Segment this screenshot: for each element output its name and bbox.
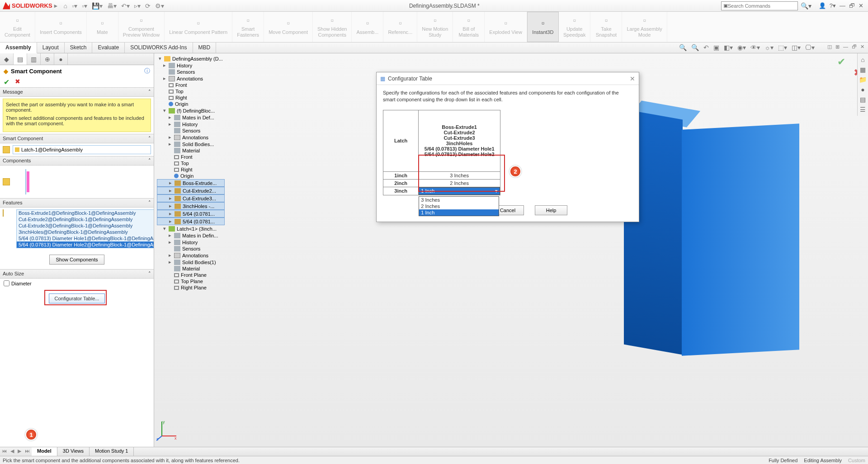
- tree-node[interactable]: ▾Latch<1> (3inch...: [157, 225, 225, 232]
- ribbon-new-motion-study[interactable]: ▫New MotionStudy: [417, 12, 453, 42]
- dd-opt-3in[interactable]: 3 Inches: [419, 197, 499, 203]
- minimize-icon[interactable]: ―: [840, 2, 845, 9]
- tree-node[interactable]: Right: [157, 95, 225, 101]
- tree-node[interactable]: Front: [157, 82, 225, 88]
- tree-node[interactable]: Sensors: [157, 246, 225, 252]
- viewport-max-icon[interactable]: 🗗: [852, 44, 857, 52]
- tab-solidworks-add-ins[interactable]: SOLIDWORKS Add-Ins: [125, 43, 193, 53]
- open-icon[interactable]: ▫▾: [82, 2, 87, 9]
- new-icon[interactable]: ▫▾: [72, 2, 77, 9]
- tree-node[interactable]: ▸Annotations: [157, 75, 225, 82]
- display-style-icon[interactable]: ◉▾: [737, 44, 746, 52]
- options-icon[interactable]: ⚙▾: [155, 2, 164, 9]
- scene-icon[interactable]: ⬚▾: [778, 44, 787, 52]
- cancel-icon[interactable]: ✖: [15, 78, 20, 86]
- viewport-tile-icon[interactable]: ⊞: [835, 44, 840, 52]
- ribbon-show-hidden-components[interactable]: ▫Show HiddenComponents: [313, 12, 352, 42]
- cell-1inch[interactable]: 3 Inches: [419, 171, 500, 179]
- forum-icon[interactable]: ☰: [859, 106, 867, 113]
- ribbon-update-speedpak[interactable]: ▫UpdateSpeedpak: [559, 12, 591, 42]
- tree-node[interactable]: ▸Annotations: [157, 134, 225, 141]
- tree-node[interactable]: Top: [157, 88, 225, 95]
- zoom-area-icon[interactable]: 🔍: [691, 44, 699, 52]
- custom-props-icon[interactable]: ▤: [859, 96, 867, 103]
- restore-icon[interactable]: 🗗: [849, 2, 855, 9]
- tree-node[interactable]: Front Plane: [157, 272, 225, 278]
- view-orient-icon[interactable]: ◧▾: [724, 44, 733, 52]
- feature-item[interactable]: 3inchHoles@DefiningBlock-1@DefiningAssem…: [17, 229, 154, 235]
- rebuild-icon[interactable]: ⟳: [145, 2, 151, 9]
- feature-item[interactable]: Boss-Extrude1@DefiningBlock-1@DefiningAs…: [17, 210, 154, 216]
- ribbon-smart-fasteners[interactable]: ▫SmartFasteners: [232, 12, 264, 42]
- smart-component-input[interactable]: Latch-1@DefiningAssembly: [13, 145, 151, 154]
- fm-tab-display[interactable]: ●: [54, 53, 68, 65]
- tab-assembly[interactable]: Assembly: [0, 43, 37, 53]
- help-icon[interactable]: ?▾: [830, 2, 836, 9]
- doc-tab-model[interactable]: Model: [32, 447, 57, 456]
- ribbon-insert-components[interactable]: ▫Insert Components: [35, 12, 87, 42]
- tree-node[interactable]: ▸History: [157, 239, 225, 246]
- resources-icon[interactable]: ▦: [859, 66, 867, 73]
- tree-node[interactable]: ▾DefiningAssembly (D...: [157, 55, 225, 62]
- search-icon[interactable]: 🔍▾: [801, 2, 814, 9]
- viewport-min-icon[interactable]: ◫: [827, 44, 832, 52]
- prev-view-icon[interactable]: ↶: [703, 44, 709, 52]
- tree-node[interactable]: ▸Cut-Extrude3...: [157, 194, 225, 202]
- tree-node[interactable]: Top Plane: [157, 278, 225, 284]
- doc-tab-3d-views[interactable]: 3D Views: [57, 447, 90, 456]
- tree-node[interactable]: Right: [157, 166, 225, 173]
- save-icon[interactable]: 💾▾: [92, 2, 103, 9]
- ribbon-exploded-view[interactable]: ▫Exploded View: [485, 12, 527, 42]
- components-listbox[interactable]: [25, 169, 26, 194]
- view-cube-icon[interactable]: ◫▾: [792, 44, 801, 52]
- ribbon-edit-component[interactable]: ▫EditComponent: [0, 12, 35, 42]
- tab-nav-prev[interactable]: ◀: [9, 447, 16, 456]
- show-components-button[interactable]: Show Components: [49, 255, 105, 265]
- ribbon-linear-component-pattern[interactable]: ▫Linear Component Pattern: [165, 12, 232, 42]
- tree-node[interactable]: Top: [157, 160, 225, 166]
- doc-tab-motion-study-1[interactable]: Motion Study 1: [90, 447, 134, 456]
- zoom-fit-icon[interactable]: 🔍: [679, 44, 687, 52]
- feature-item[interactable]: 5/64 (0.07813) Diameter Hole1@DefiningBl…: [17, 235, 154, 241]
- appearances-icon[interactable]: ●: [859, 86, 867, 93]
- section-auto-size[interactable]: Auto Size˄: [0, 269, 154, 279]
- hide-show-icon[interactable]: 👁▾: [750, 44, 760, 52]
- tab-evaluate[interactable]: Evaluate: [92, 43, 125, 53]
- tree-node[interactable]: Material: [157, 265, 225, 272]
- design-lib-icon[interactable]: 📁: [859, 76, 867, 83]
- feature-item[interactable]: 5/64 (0.07813) Diameter Hole2@DefiningBl…: [17, 241, 154, 248]
- tree-node[interactable]: ▸Boss-Extrude...: [157, 179, 225, 187]
- search-input[interactable]: [728, 3, 796, 9]
- disp-icon[interactable]: 🖵▾: [805, 44, 815, 52]
- ribbon-assemb-[interactable]: ▫Assemb...: [352, 12, 383, 42]
- ribbon-referenc-[interactable]: ▫Referenc...: [383, 12, 417, 42]
- tree-node[interactable]: ▸History: [157, 121, 225, 128]
- ribbon-instant-d[interactable]: ▫Instant3D: [527, 12, 559, 42]
- tree-node[interactable]: ▸Cut-Extrude2...: [157, 187, 225, 194]
- tree-node[interactable]: ▸History: [157, 62, 225, 69]
- section-smart-component[interactable]: Smart Component˄: [0, 134, 154, 143]
- flyout-feature-tree[interactable]: ▾DefiningAssembly (D...▸HistorySensors▸A…: [157, 53, 225, 447]
- feature-item[interactable]: Cut-Extrude3@DefiningBlock-1@DefiningAss…: [17, 223, 154, 229]
- tab-nav-next[interactable]: ▶: [16, 447, 23, 456]
- accept-icon[interactable]: ✔: [837, 56, 845, 68]
- tree-node[interactable]: ▸5/64 (0.0781...: [157, 218, 225, 225]
- ribbon-large-assembly-mode[interactable]: ▫Large AssemblyMode: [622, 12, 667, 42]
- close-icon[interactable]: ✕: [859, 2, 863, 9]
- dropdown-value[interactable]: 1 Inch▾: [419, 187, 500, 195]
- dd-opt-1in[interactable]: 1 Inch: [419, 209, 499, 216]
- tree-node[interactable]: Material: [157, 147, 225, 154]
- ribbon-component-preview-window[interactable]: ▫ComponentPreview Window: [118, 12, 165, 42]
- fm-tab-tree[interactable]: ◆: [0, 53, 14, 65]
- tree-node[interactable]: ▸Mates in Def...: [157, 114, 225, 121]
- home-tab-icon[interactable]: ⌂: [859, 56, 867, 63]
- fm-tab-config[interactable]: ▥: [27, 53, 41, 65]
- dd-opt-2in[interactable]: 2 Inches: [419, 203, 499, 209]
- section-components[interactable]: Components˄: [0, 156, 154, 166]
- ribbon-take-snapshot[interactable]: ▫TakeSnapshot: [590, 12, 622, 42]
- ribbon-move-component[interactable]: ▫Move Component: [264, 12, 313, 42]
- features-listbox[interactable]: Boss-Extrude1@DefiningBlock-1@DefiningAs…: [16, 209, 154, 248]
- cell-2inch[interactable]: 2 Inches: [419, 179, 500, 187]
- tree-node[interactable]: Front: [157, 154, 225, 160]
- section-message[interactable]: Message˄: [0, 87, 154, 97]
